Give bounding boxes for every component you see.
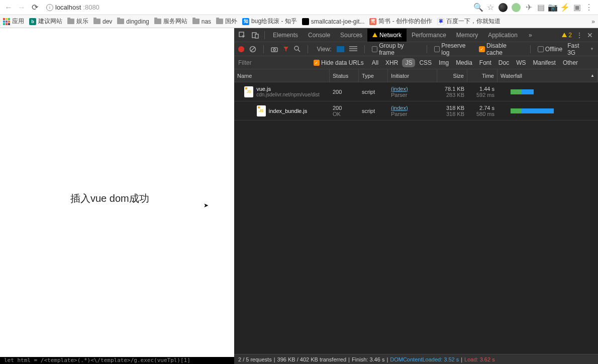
clear-button[interactable] [249, 46, 256, 53]
extension-camera-icon[interactable]: 📷 [549, 4, 557, 12]
group-by-frame-checkbox[interactable]: Group by frame [372, 42, 420, 56]
folder-icon [93, 19, 101, 24]
bookmark-item[interactable]: dingding [117, 18, 149, 25]
record-button[interactable] [238, 46, 244, 52]
extension-green-icon[interactable] [512, 3, 521, 12]
bookmark-item[interactable]: 娱乐 [67, 17, 88, 26]
type-filter-doc[interactable]: Doc [495, 58, 512, 67]
preserve-log-checkbox[interactable]: Preserve log [434, 42, 474, 56]
table-row[interactable]: vue.jscdn.jsdelivr.net/npm/vue/dist200sc… [234, 82, 598, 101]
waterfall-bar [511, 89, 595, 94]
folder-icon [216, 19, 223, 24]
inspect-element-icon[interactable] [238, 31, 247, 40]
apps-shortcut[interactable]: 应用 [3, 17, 24, 26]
bookmark-item[interactable]: 掌百度一下，你就知道 [437, 17, 501, 26]
type-filter-css[interactable]: CSS [416, 58, 435, 67]
extension-note-icon[interactable]: ▤ [537, 4, 545, 12]
devtools-tab-performance[interactable]: Performance [407, 29, 451, 42]
col-initiator[interactable]: Initiator [388, 69, 437, 82]
apps-label: 应用 [12, 17, 24, 26]
offline-checkbox[interactable]: Offline [538, 46, 562, 53]
throttling-select[interactable]: Fast 3G▼ [567, 42, 594, 56]
devtools-tab-sources[interactable]: Sources [335, 29, 367, 42]
small-rows-view-button[interactable] [349, 46, 357, 52]
extension-bolt-icon[interactable]: ⚡ [561, 4, 569, 12]
devtools-tab-console[interactable]: Console [303, 29, 335, 42]
bookmarks-bar: 应用 b建议网站娱乐devdingding服务网站nas国外知bug给我滚 - … [0, 15, 598, 28]
type-filter-all[interactable]: All [369, 58, 381, 67]
browser-toolbar: ← → ⟳ i localhost:8080 🔍 ☆ ✈ ▤ 📷 ⚡ ▣ ⋮ [0, 0, 598, 15]
type-filter-other[interactable]: Other [560, 58, 581, 67]
col-type[interactable]: Type [359, 69, 388, 82]
devtools-tab-application[interactable]: Application [483, 29, 523, 42]
devtools-tab-memory[interactable]: Memory [451, 29, 483, 42]
view-label: View: [317, 46, 332, 53]
bookmark-item[interactable]: 国外 [216, 17, 237, 26]
type-filter-manifest[interactable]: Manifest [530, 58, 559, 67]
hide-data-urls-checkbox[interactable]: ✓Hide data URLs [314, 59, 364, 66]
initiator-link[interactable]: (index) [391, 86, 434, 92]
bookmark-item[interactable]: dev [93, 18, 112, 25]
extension-dark-icon[interactable] [499, 3, 508, 12]
filter-input[interactable] [238, 59, 309, 66]
disable-cache-checkbox[interactable]: ✓Disable cache [479, 42, 523, 56]
devtools-tab-network[interactable]: Network [367, 29, 407, 42]
bookmark-label: bug给我滚 - 知乎 [251, 17, 297, 26]
type-filter-js[interactable]: JS [402, 58, 415, 67]
bookmarks-overflow-icon[interactable]: » [591, 18, 595, 25]
bookmark-item[interactable]: 简简书 - 创作你的创作 [369, 17, 432, 26]
waterfall-bar [511, 108, 595, 113]
chrome-menu-icon[interactable]: ⋮ [585, 4, 593, 12]
devtools-close-icon[interactable]: ✕ [587, 31, 593, 39]
status-dcl: DOMContentLoaded: 3.52 s [390, 356, 459, 362]
forward-button[interactable]: → [16, 2, 27, 13]
devtools-tabs-overflow[interactable]: » [524, 29, 537, 42]
col-time[interactable]: Time [467, 69, 497, 82]
devtools-menu-icon[interactable]: ⋮ [576, 31, 583, 39]
request-name: vue.js [256, 86, 320, 92]
bookmark-item[interactable]: smallcatcat-joe-git... [302, 18, 365, 25]
bookmark-label: nas [202, 18, 211, 25]
type-filter-font[interactable]: Font [476, 58, 494, 67]
bookmark-star-icon[interactable]: ☆ [486, 4, 494, 12]
favicon-icon: 掌 [437, 18, 444, 25]
table-row[interactable]: index_bundle.js200OKscript(index)Parser3… [234, 101, 598, 120]
url-host: localhost [55, 4, 81, 11]
col-status[interactable]: Status [330, 69, 359, 82]
device-toolbar-icon[interactable] [251, 31, 260, 40]
devtools-panel: ElementsConsoleSourcesNetworkPerformance… [234, 28, 598, 364]
bookmark-label: smallcatcat-joe-git... [311, 18, 365, 25]
warnings-badge[interactable]: 2 [562, 32, 572, 39]
bookmark-item[interactable]: 知bug给我滚 - 知乎 [242, 17, 297, 26]
initiator-link[interactable]: (index) [391, 105, 434, 111]
filter-toggle-icon[interactable] [283, 46, 289, 52]
extension-send-icon[interactable]: ✈ [525, 4, 533, 12]
type-filter-ws[interactable]: WS [513, 58, 529, 67]
extension-shield-icon[interactable]: ▣ [573, 4, 581, 12]
capture-screenshot-icon[interactable] [271, 46, 278, 52]
cursor-icon: ➤ [204, 202, 209, 209]
network-filter-row: ✓Hide data URLs AllXHRJSCSSImgMediaFontD… [234, 56, 598, 69]
col-waterfall[interactable]: Waterfall▲ [497, 69, 598, 82]
search-in-page-icon[interactable]: 🔍 [474, 4, 482, 12]
bookmark-item[interactable]: nas [192, 18, 211, 25]
back-button[interactable]: ← [3, 2, 14, 13]
bookmark-label: 建议网站 [38, 17, 62, 26]
type-filter-img[interactable]: Img [436, 58, 452, 67]
col-size[interactable]: Size [437, 69, 467, 82]
url-bar[interactable]: i localhost:8080 [42, 2, 472, 13]
search-icon[interactable] [294, 46, 301, 52]
bookmark-item[interactable]: b建议网站 [29, 17, 62, 26]
devtools-tab-elements[interactable]: Elements [268, 29, 303, 42]
status-load: Load: 3.62 s [464, 356, 495, 362]
type-filter-media[interactable]: Media [453, 58, 475, 67]
type-filter-xhr[interactable]: XHR [382, 58, 401, 67]
site-info-icon[interactable]: i [46, 4, 53, 11]
bookmark-item[interactable]: 服务网站 [154, 17, 187, 26]
sort-caret-icon: ▲ [590, 73, 594, 78]
warning-triangle-icon [562, 33, 567, 37]
large-rows-view-button[interactable] [337, 46, 344, 52]
apps-grid-icon [3, 18, 10, 25]
reload-button[interactable]: ⟳ [29, 2, 40, 13]
col-name[interactable]: Name [234, 69, 330, 82]
